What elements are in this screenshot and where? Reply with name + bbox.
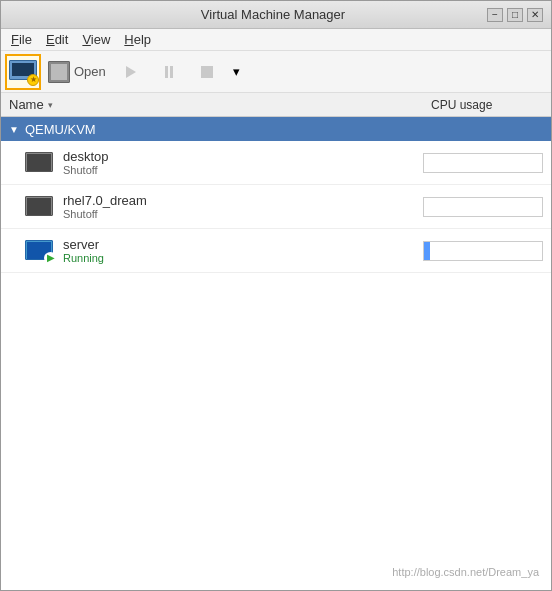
toolbar: ★ Open ▾ (1, 51, 551, 93)
window-title: Virtual Machine Manager (59, 7, 487, 22)
open-icon (48, 61, 70, 83)
vm-row-desktop[interactable]: desktop Shutoff (1, 141, 551, 185)
vm-status-desktop: Shutoff (63, 164, 109, 176)
monitor-rhel7 (25, 196, 53, 216)
monitor-server (25, 240, 53, 260)
vm-icon-desktop (25, 152, 53, 174)
window-controls: − □ ✕ (487, 8, 543, 22)
vm-icon-server (25, 240, 53, 262)
minimize-button[interactable]: − (487, 8, 503, 22)
open-button[interactable]: Open (43, 54, 111, 90)
cpu-column-header: CPU usage (427, 98, 547, 112)
cpu-bar-rhel7 (423, 197, 543, 217)
screen-server (27, 242, 51, 259)
maximize-button[interactable]: □ (507, 8, 523, 22)
vm-info-rhel7: rhel7.0_dream Shutoff (9, 193, 423, 220)
vm-row-server[interactable]: server Running (1, 229, 551, 273)
menubar: File Edit View Help (1, 29, 551, 51)
group-label: QEMU/KVM (25, 122, 96, 137)
pause-bar-left (165, 66, 168, 78)
new-badge: ★ (27, 74, 39, 86)
name-column-header: Name ▾ (5, 97, 427, 112)
title-bar: Virtual Machine Manager − □ ✕ (1, 1, 551, 29)
vm-text-server: server Running (63, 237, 104, 264)
sort-arrow: ▾ (48, 100, 53, 110)
pause-icon (165, 66, 173, 78)
monitor-desktop (25, 152, 53, 172)
stop-icon (201, 66, 213, 78)
vm-status-server: Running (63, 252, 104, 264)
menu-view[interactable]: View (76, 30, 116, 49)
play-button[interactable] (113, 54, 149, 90)
vm-status-rhel7: Shutoff (63, 208, 147, 220)
main-window: Virtual Machine Manager − □ ✕ File Edit … (0, 0, 552, 591)
cpu-fill-server (424, 242, 430, 260)
menu-edit[interactable]: Edit (40, 30, 74, 49)
vm-name-server: server (63, 237, 104, 252)
menu-file[interactable]: File (5, 30, 38, 49)
vm-info-server: server Running (9, 237, 423, 264)
open-label: Open (74, 64, 106, 79)
screen-rhel7 (27, 198, 51, 215)
screen-desktop (27, 154, 51, 171)
vm-row-rhel7[interactable]: rhel7.0_dream Shutoff (1, 185, 551, 229)
stop-button[interactable] (189, 54, 225, 90)
pause-bar-right (170, 66, 173, 78)
more-dropdown[interactable]: ▾ (227, 54, 247, 90)
cpu-bar-server (423, 241, 543, 261)
vm-list: ▼ QEMU/KVM desktop Shutoff (1, 117, 551, 590)
group-qemu-kvm[interactable]: ▼ QEMU/KVM (1, 117, 551, 141)
pause-button[interactable] (151, 54, 187, 90)
vm-text-desktop: desktop Shutoff (63, 149, 109, 176)
vm-name-rhel7: rhel7.0_dream (63, 193, 147, 208)
menu-help[interactable]: Help (118, 30, 157, 49)
play-icon (126, 66, 136, 78)
window-content: Name ▾ CPU usage ▼ QEMU/KVM (1, 93, 551, 590)
new-vm-button[interactable]: ★ (5, 54, 41, 90)
vm-text-rhel7: rhel7.0_dream Shutoff (63, 193, 147, 220)
new-vm-icon: ★ (9, 60, 37, 84)
vm-info-desktop: desktop Shutoff (9, 149, 423, 176)
column-header: Name ▾ CPU usage (1, 93, 551, 117)
group-chevron-icon: ▼ (9, 124, 19, 135)
vm-name-desktop: desktop (63, 149, 109, 164)
vm-icon-rhel7 (25, 196, 53, 218)
cpu-bar-desktop (423, 153, 543, 173)
close-button[interactable]: ✕ (527, 8, 543, 22)
dropdown-arrow: ▾ (233, 64, 240, 79)
